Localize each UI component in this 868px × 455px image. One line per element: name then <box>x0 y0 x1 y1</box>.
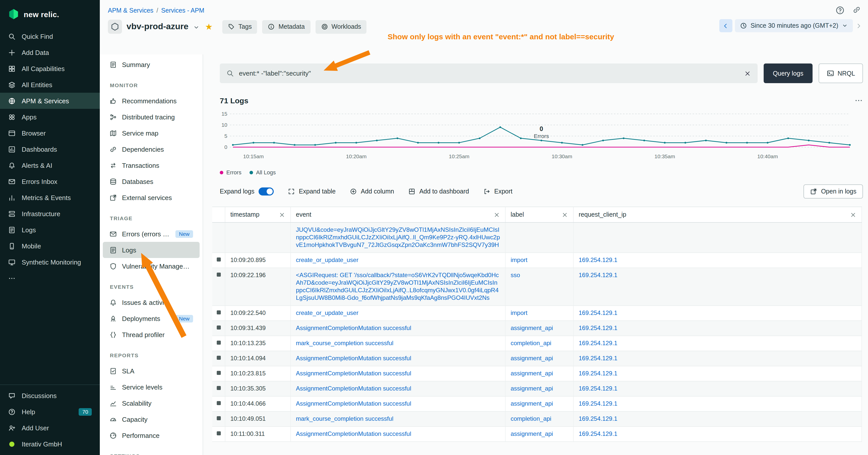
entity-nav-item-sla[interactable]: SLA <box>103 363 199 379</box>
entity-nav-item-scalability[interactable]: Scalability <box>103 395 199 411</box>
log-row[interactable]: 10:10:23.815AssignmentCompletionMutation… <box>212 366 862 382</box>
cell-label[interactable]: assignment_api <box>505 351 574 366</box>
cell-label[interactable]: import <box>505 253 574 267</box>
entity-nav-item-thread-profiler[interactable]: Thread profiler <box>103 326 199 343</box>
cell-event[interactable]: <ASGIRequest: GET '/sso/callback/?state=… <box>291 268 505 305</box>
sidebar-item-browser[interactable]: Browser <box>0 125 100 141</box>
sidebar-item-dashboards[interactable]: Dashboards <box>0 141 100 157</box>
cell-label[interactable]: assignment_api <box>505 382 574 396</box>
cell-label[interactable]: assignment_api <box>505 321 574 335</box>
column-header-timestamp[interactable]: timestamp <box>225 207 291 222</box>
cell-request-client-ip[interactable]: 169.254.129.1 <box>574 366 862 381</box>
column-header-request_client_ip[interactable]: request_client_ip <box>574 207 862 222</box>
cell-event[interactable]: create_or_update_user <box>291 306 505 321</box>
row-handle[interactable] <box>212 321 225 335</box>
cell-request-client-ip[interactable]: 169.254.129.1 <box>574 306 862 321</box>
cell-label[interactable]: assignment_api <box>505 396 574 411</box>
cell-event[interactable]: AssignmentCompletionMutation successful <box>291 396 505 411</box>
sidebar-item-apps[interactable]: Apps <box>0 109 100 125</box>
add-column-button[interactable]: Add column <box>350 188 394 195</box>
clear-query-button[interactable] <box>744 70 751 77</box>
log-row[interactable]: 10:10:35.305AssignmentCompletionMutation… <box>212 382 862 396</box>
column-header-label[interactable]: label <box>505 207 574 222</box>
sidebar-item-add-data[interactable]: Add Data <box>0 44 100 61</box>
sidebar-item-help[interactable]: Help70 <box>0 403 100 420</box>
sidebar-item-metrics-events[interactable]: Metrics & Events <box>0 190 100 205</box>
cell-event[interactable]: create_or_update_user <box>291 253 505 267</box>
sidebar-item-errors-inbox[interactable]: Errors Inbox <box>0 173 100 190</box>
time-forward-button[interactable] <box>856 23 862 29</box>
log-row[interactable]: JUQVU&code=eyJraWQiOiJjcGltY29yZV8wOTl1M… <box>212 223 862 253</box>
entity-nav-item-recommendations[interactable]: Recommendations <box>103 93 199 109</box>
row-handle[interactable] <box>212 366 225 381</box>
log-row[interactable]: 10:09:20.895create_or_update_userimport1… <box>212 253 862 268</box>
cell-request-client-ip[interactable]: 169.254.129.1 <box>574 396 862 411</box>
remove-column-button[interactable] <box>279 212 285 218</box>
entity-nav-item-vulnerability-management[interactable]: Vulnerability Management <box>103 258 199 274</box>
nrql-button[interactable]: NRQL <box>818 64 863 83</box>
log-row[interactable]: 10:10:44.066AssignmentCompletionMutation… <box>212 396 862 412</box>
entity-nav-item-service-levels[interactable]: Service levels <box>103 379 199 395</box>
sidebar-item-more[interactable] <box>0 270 100 286</box>
help-button[interactable] <box>835 5 845 15</box>
time-range-button[interactable]: Since 30 minutes ago (GMT+2) <box>735 19 853 32</box>
breadcrumb-link-apm-services[interactable]: APM & Services <box>108 7 154 14</box>
sidebar-item-all-capabilities[interactable]: All Capabilities <box>0 61 100 76</box>
open-in-logs-button[interactable]: Open in logs <box>804 185 863 198</box>
row-handle[interactable] <box>212 396 225 411</box>
row-handle[interactable] <box>212 382 225 396</box>
query-logs-button[interactable]: Query logs <box>764 64 812 83</box>
cell-label[interactable]: completion_api <box>505 412 574 426</box>
sidebar-item-mobile[interactable]: Mobile <box>0 238 100 254</box>
export-button[interactable]: Export <box>483 188 513 195</box>
breadcrumb-link-services-apm[interactable]: Services - APM <box>161 7 205 14</box>
time-back-button[interactable] <box>719 19 733 32</box>
entity-nav-item-external-services[interactable]: External services <box>103 190 199 205</box>
favorite-star-icon[interactable]: ★ <box>205 22 213 32</box>
cell-request-client-ip[interactable]: 169.254.129.1 <box>574 253 862 267</box>
cell-label[interactable]: sso <box>505 268 574 305</box>
entity-nav-item-distributed-tracing[interactable]: Distributed tracing <box>103 109 199 125</box>
cell-label[interactable]: assignment_api <box>505 427 574 442</box>
row-handle[interactable] <box>212 351 225 366</box>
sidebar-item-all-entities[interactable]: All Entities <box>0 76 100 93</box>
cell-request-client-ip[interactable]: 169.254.129.1 <box>574 336 862 351</box>
cell-event[interactable]: AssignmentCompletionMutation successful <box>291 382 505 396</box>
cell-event[interactable]: JUQVU&code=eyJraWQiOiJjcGltY29yZV8wOTl1M… <box>291 223 505 253</box>
sidebar-item-apm-services[interactable]: APM & Services <box>0 93 100 109</box>
cell-request-client-ip[interactable]: 169.254.129.1 <box>574 268 862 305</box>
cell-request-client-ip[interactable]: 169.254.129.1 <box>574 321 862 335</box>
add-to-dashboard-button[interactable]: Add to dashboard <box>408 188 469 195</box>
row-handle[interactable] <box>212 412 225 426</box>
row-handle[interactable] <box>212 427 225 442</box>
row-handle[interactable] <box>212 336 225 351</box>
metadata-button[interactable]: Metadata <box>262 20 310 33</box>
log-row[interactable]: 10:10:14.094AssignmentCompletionMutation… <box>212 351 862 366</box>
entity-nav-item-capacity[interactable]: Capacity <box>103 411 199 427</box>
cell-request-client-ip[interactable]: 169.254.129.1 <box>574 351 862 366</box>
remove-column-button[interactable] <box>494 212 500 218</box>
workloads-button[interactable]: Workloads <box>315 20 367 33</box>
legend-item-all-logs[interactable]: All Logs <box>249 169 276 175</box>
column-header-event[interactable]: event <box>291 207 505 222</box>
sidebar-item-quick-find[interactable]: Quick Find <box>0 28 100 44</box>
sidebar-item-iterativ-gmbh[interactable]: Iterativ GmbH <box>0 436 100 452</box>
sidebar-item-alerts-ai[interactable]: Alerts & AI <box>0 157 100 173</box>
entity-nav-item-issues-activity[interactable]: Issues & activity <box>103 294 199 311</box>
log-row[interactable]: 10:09:31.439AssignmentCompletionMutation… <box>212 321 862 336</box>
sidebar-item-logs[interactable]: Logs <box>0 222 100 238</box>
sidebar-item-infrastructure[interactable]: Infrastructure <box>0 205 100 222</box>
entity-nav-item-summary[interactable]: Summary <box>103 57 199 72</box>
cell-label[interactable]: completion_api <box>505 336 574 351</box>
entity-nav-item-logs[interactable]: Logs <box>103 242 199 258</box>
entity-nav-item-service-map[interactable]: Service map <box>103 125 199 141</box>
cell-event[interactable]: mark_course_completion successful <box>291 336 505 351</box>
cell-label[interactable]: assignment_api <box>505 366 574 381</box>
entity-nav-item-databases[interactable]: Databases <box>103 173 199 190</box>
cell-request-client-ip[interactable]: 169.254.129.1 <box>574 382 862 396</box>
cell-request-client-ip[interactable]: 169.254.129.1 <box>574 412 862 426</box>
entity-nav-item-transactions[interactable]: Transactions <box>103 157 199 173</box>
remove-column-button[interactable] <box>850 212 857 218</box>
cell-event[interactable]: mark_course_completion successful <box>291 412 505 426</box>
entity-dropdown-chevron-icon[interactable] <box>193 24 199 31</box>
